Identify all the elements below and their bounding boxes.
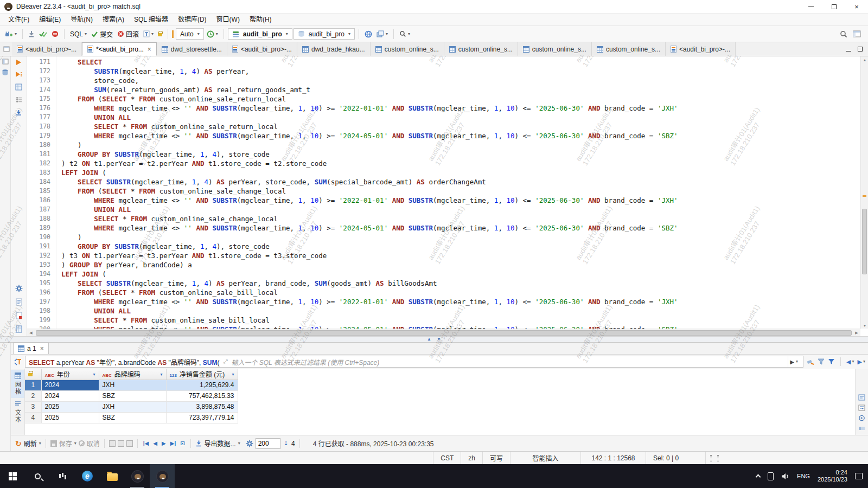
chevron-down-icon[interactable]: ▾ (386, 32, 388, 36)
chevron-down-icon[interactable]: ▾ (39, 441, 41, 446)
collapse-up-icon[interactable]: ▲ (427, 337, 431, 342)
menu-search[interactable]: 搜索(A) (98, 14, 129, 25)
close-button[interactable]: × (845, 0, 868, 13)
chevron-down-icon[interactable]: ▾ (286, 32, 288, 36)
scroll-up-arrow[interactable]: ▲ (861, 56, 868, 63)
menu-window[interactable]: 窗口(W) (212, 14, 245, 25)
globe-button[interactable] (363, 29, 374, 39)
grid-cell-r1c2[interactable]: JXH (99, 380, 166, 390)
apply-filter-button[interactable]: ▶▾ (788, 356, 800, 367)
duplicate-row-icon[interactable] (118, 440, 124, 447)
export-data-button[interactable]: 导出数据... (205, 439, 236, 448)
editor-horizontal-scrollbar[interactable]: ◀ ▶ (27, 329, 860, 336)
chevron-down-icon[interactable]: ▾ (852, 359, 854, 364)
editor-tab-4[interactable]: <audit_bi_pro>-... (227, 42, 297, 56)
results-tab-close-icon[interactable]: × (40, 345, 44, 352)
editor-results-splitter[interactable]: ▲ ▼ (0, 336, 868, 343)
row-number-2[interactable]: 2 (25, 390, 41, 401)
phone-link-icon[interactable] (768, 472, 774, 480)
chevron-down-icon[interactable]: ▾ (74, 441, 76, 446)
lock-toggle[interactable] (156, 30, 164, 37)
chevron-down-icon[interactable]: ▾ (238, 441, 240, 446)
column-header-2[interactable]: ABC品牌编码▾ (99, 369, 166, 380)
new-connection-button[interactable]: ▾ (3, 29, 18, 39)
scroll-down-arrow[interactable]: ▼ (861, 322, 868, 329)
grid-cell-r2c2[interactable]: SBZ (99, 390, 166, 401)
grid-cell-r2c1[interactable]: 2024 (41, 390, 99, 401)
chevron-down-icon[interactable]: ▾ (216, 32, 218, 36)
go-to-row-button[interactable]: ⊡ (179, 440, 186, 446)
refresh-icon[interactable]: ↻ (15, 439, 22, 448)
first-row-button[interactable]: |◀ (142, 440, 150, 446)
fetch-next-icon[interactable]: ⇣ (283, 440, 289, 446)
chevron-down-icon[interactable]: ▾ (348, 32, 350, 36)
chevron-down-icon[interactable]: ▾ (408, 32, 410, 36)
vertical-scroll-thumb[interactable] (862, 209, 867, 274)
editor-tab-8[interactable]: custom_online_s... (518, 42, 592, 56)
results-settings-gear-icon[interactable] (246, 440, 253, 447)
export-from-query-button[interactable] (15, 109, 22, 116)
open-script-icon[interactable] (16, 312, 22, 319)
menu-navigate[interactable]: 导航(N) (66, 14, 98, 25)
last-row-button[interactable]: ▶| (169, 440, 177, 446)
editor-tab-7[interactable]: custom_online_s... (444, 42, 518, 56)
erase-filter-button[interactable] (807, 358, 814, 365)
editor-tab-5[interactable]: dwd_trade_hkau... (297, 42, 371, 56)
row-number-3[interactable]: 3 (25, 401, 41, 412)
status-caret-position[interactable]: 142 : 1 : 12568 (580, 452, 646, 464)
grid-cell-r1c1[interactable]: 2024 (41, 380, 99, 390)
tab-close-icon[interactable]: × (148, 46, 151, 53)
layers-button[interactable]: ▾ (375, 29, 390, 38)
script-statistics-button[interactable] (16, 97, 22, 103)
chevron-down-icon[interactable]: ▾ (863, 359, 865, 364)
fetch-down-button[interactable] (27, 29, 36, 38)
editor-tab-1[interactable]: <audit_bi_pro>-... (12, 42, 82, 56)
refresh-button[interactable]: 刷新 (24, 439, 37, 448)
chevron-down-icon[interactable]: ▾ (796, 359, 798, 364)
menu-database[interactable]: 数据库(D) (173, 14, 212, 25)
schema-selector[interactable]: audit_bi_pro ▾ (293, 28, 355, 40)
results-tab[interactable]: a 1 × (13, 343, 49, 354)
chevron-down-icon[interactable]: ▾ (197, 32, 200, 36)
metadata-panel-icon[interactable] (858, 415, 865, 421)
row-number-1[interactable]: 1 (25, 380, 41, 390)
collapse-down-icon[interactable]: ▼ (437, 337, 441, 342)
editor-tab-6[interactable]: custom_online_s... (371, 42, 444, 56)
history-back-button[interactable]: ◀▾ (846, 358, 854, 365)
delete-row-icon[interactable] (126, 440, 133, 447)
quick-search-icon[interactable] (840, 30, 847, 38)
commit-button[interactable]: 提交 (90, 28, 114, 40)
horizontal-scroll-thumb[interactable] (36, 330, 852, 336)
grid-cell-r1c3[interactable]: 1,295,629.4 (166, 380, 238, 390)
column-header-3[interactable]: 123净销售金额 (元)▾ (166, 369, 238, 380)
editor-settings-gear-icon[interactable] (15, 285, 23, 292)
execute-sql-button[interactable] (16, 60, 21, 65)
save-script-icon[interactable] (16, 325, 22, 333)
maximize-button[interactable] (822, 0, 845, 13)
grid-cell-r4c1[interactable]: 2025 (41, 412, 99, 423)
minimize-editor-button[interactable] (846, 46, 851, 53)
tray-expand-icon[interactable] (756, 474, 761, 480)
history-forward-button[interactable]: ▶▾ (858, 358, 865, 365)
filter-button[interactable] (828, 358, 835, 365)
editor-tab-9[interactable]: custom_online_s... (592, 42, 666, 56)
commit-all-button[interactable] (37, 30, 49, 38)
language-indicator[interactable]: ENG (797, 473, 810, 479)
taskbar-search-button[interactable] (25, 464, 50, 488)
task-view-button[interactable] (50, 464, 75, 488)
chevron-down-icon[interactable]: ▾ (151, 32, 154, 36)
connection-selector[interactable]: audit_bi_pro ▾ (228, 28, 292, 40)
editor-tab-10[interactable]: <audit_bi_pro>-... (666, 42, 736, 56)
chevron-down-icon[interactable]: ▾ (85, 32, 87, 36)
grid-cell-r4c2[interactable]: SBZ (99, 412, 166, 423)
new-script-icon[interactable] (16, 298, 22, 306)
grid-cell-r2c3[interactable]: 757,462,815.33 (166, 390, 238, 401)
db-navigator-icon[interactable] (2, 69, 9, 76)
next-row-button[interactable]: ▶ (161, 440, 167, 446)
volume-icon[interactable] (781, 473, 789, 480)
cancel-button[interactable]: 取消 (87, 439, 100, 448)
column-header-1[interactable]: ABC年份▾ (41, 369, 99, 380)
scroll-right-arrow[interactable]: ▶ (853, 331, 860, 335)
chevron-down-icon[interactable]: ▾ (15, 32, 17, 36)
menu-sql-editor[interactable]: SQL 编辑器 (129, 14, 173, 25)
